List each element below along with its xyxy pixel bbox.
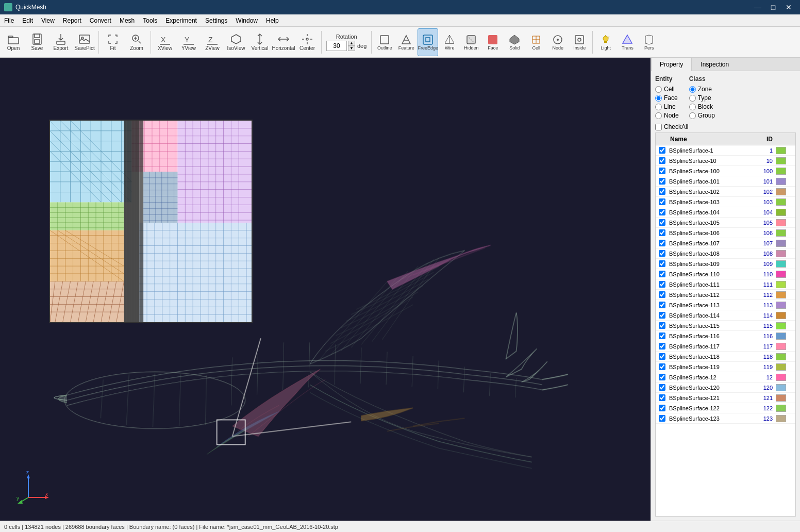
check-all-checkbox[interactable] xyxy=(655,124,662,130)
table-row[interactable]: BSplineSurface-108 108 xyxy=(656,248,795,259)
minimize-button[interactable]: — xyxy=(751,0,765,14)
viewport[interactable]: z x y xyxy=(0,58,651,521)
entity-line[interactable]: Line xyxy=(655,103,679,110)
row-check-2[interactable] xyxy=(656,168,668,174)
table-row[interactable]: BSplineSurface-111 111 xyxy=(656,279,795,290)
row-check-14[interactable] xyxy=(656,291,668,298)
outline-button[interactable]: Outline xyxy=(374,28,395,56)
wire-button[interactable]: Wire xyxy=(439,28,460,56)
export-button[interactable]: Export xyxy=(49,28,72,56)
menu-view[interactable]: View xyxy=(37,14,59,26)
table-row[interactable]: BSplineSurface-1 1 xyxy=(656,145,795,156)
table-row[interactable]: BSplineSurface-122 122 xyxy=(656,403,795,413)
table-body[interactable]: BSplineSurface-1 1 BSplineSurface-10 10 … xyxy=(656,145,795,516)
table-row[interactable]: BSplineSurface-114 114 xyxy=(656,310,795,321)
row-check-25[interactable] xyxy=(656,405,668,411)
menu-settings[interactable]: Settings xyxy=(201,14,231,26)
menu-report[interactable]: Report xyxy=(59,14,86,26)
menu-window[interactable]: Window xyxy=(231,14,262,26)
rotation-up-button[interactable]: ▲ xyxy=(348,41,355,46)
table-row[interactable]: BSplineSurface-112 112 xyxy=(656,290,795,300)
tab-inspection[interactable]: Inspection xyxy=(692,58,738,71)
table-row[interactable]: BSplineSurface-121 121 xyxy=(656,393,795,403)
menu-mesh[interactable]: Mesh xyxy=(115,14,139,26)
row-check-4[interactable] xyxy=(656,188,668,195)
table-row[interactable]: BSplineSurface-106 106 xyxy=(656,228,795,238)
fit-button[interactable]: Fit xyxy=(102,28,124,56)
zview-button[interactable]: Z ZView xyxy=(201,28,224,56)
xview-button[interactable]: X XView xyxy=(154,28,176,56)
close-button[interactable]: ✕ xyxy=(781,0,796,14)
center-button[interactable]: Center xyxy=(296,28,319,56)
zoom-button[interactable]: Zoom xyxy=(125,28,148,56)
entity-face[interactable]: Face xyxy=(655,94,679,102)
rotation-down-button[interactable]: ▼ xyxy=(348,46,355,51)
row-check-21[interactable] xyxy=(656,363,668,370)
menu-experiment[interactable]: Experiment xyxy=(161,14,201,26)
row-check-11[interactable] xyxy=(656,260,668,267)
menu-edit[interactable]: Edit xyxy=(18,14,37,26)
light-button[interactable]: Light xyxy=(595,28,616,56)
rotation-input[interactable] xyxy=(326,41,347,51)
row-check-24[interactable] xyxy=(656,394,668,401)
row-check-5[interactable] xyxy=(656,198,668,205)
table-row[interactable]: BSplineSurface-12 12 xyxy=(656,372,795,383)
row-check-22[interactable] xyxy=(656,374,668,380)
yview-button[interactable]: Y YView xyxy=(177,28,200,56)
row-check-6[interactable] xyxy=(656,209,668,215)
menu-tools[interactable]: Tools xyxy=(139,14,161,26)
class-block[interactable]: Block xyxy=(689,103,715,110)
row-check-1[interactable] xyxy=(656,157,668,164)
menu-file[interactable]: File xyxy=(0,14,18,26)
table-row[interactable]: BSplineSurface-105 105 xyxy=(656,218,795,228)
row-check-17[interactable] xyxy=(656,322,668,329)
row-check-20[interactable] xyxy=(656,353,668,360)
hidden-button[interactable]: Hidden xyxy=(461,28,481,56)
row-check-0[interactable] xyxy=(656,147,668,154)
row-check-13[interactable] xyxy=(656,281,668,288)
class-group[interactable]: Group xyxy=(689,112,715,119)
maximize-button[interactable]: □ xyxy=(766,0,780,14)
class-zone[interactable]: Zone xyxy=(689,86,715,93)
row-check-16[interactable] xyxy=(656,312,668,319)
table-row[interactable]: BSplineSurface-110 110 xyxy=(656,269,795,279)
save-button[interactable]: Save xyxy=(26,28,48,56)
pers-button[interactable]: Pers xyxy=(639,28,659,56)
row-check-23[interactable] xyxy=(656,384,668,391)
table-row[interactable]: BSplineSurface-107 107 xyxy=(656,238,795,248)
row-check-7[interactable] xyxy=(656,219,668,226)
feature-button[interactable]: Feature xyxy=(396,28,416,56)
table-row[interactable]: BSplineSurface-109 109 xyxy=(656,259,795,269)
menu-help[interactable]: Help xyxy=(262,14,283,26)
row-check-12[interactable] xyxy=(656,271,668,277)
freeedge-button[interactable]: FreeEdge xyxy=(418,28,438,56)
row-check-15[interactable] xyxy=(656,302,668,308)
table-row[interactable]: BSplineSurface-115 115 xyxy=(656,321,795,331)
row-check-18[interactable] xyxy=(656,332,668,339)
face-button[interactable]: Face xyxy=(482,28,503,56)
table-row[interactable]: BSplineSurface-116 116 xyxy=(656,331,795,341)
table-row[interactable]: BSplineSurface-103 103 xyxy=(656,197,795,207)
entity-cell[interactable]: Cell xyxy=(655,86,679,93)
table-row[interactable]: BSplineSurface-100 100 xyxy=(656,166,795,176)
table-row[interactable]: BSplineSurface-113 113 xyxy=(656,300,795,310)
open-button[interactable]: Open xyxy=(2,28,25,56)
menu-convert[interactable]: Convert xyxy=(86,14,115,26)
inside-button[interactable]: Inside xyxy=(569,28,590,56)
tab-property[interactable]: Property xyxy=(651,58,692,71)
vertical-button[interactable]: Vertical xyxy=(248,28,271,56)
isoview-button[interactable]: IsoView xyxy=(225,28,247,56)
solid-button[interactable]: Solid xyxy=(504,28,525,56)
entity-node[interactable]: Node xyxy=(655,112,679,119)
table-row[interactable]: BSplineSurface-10 10 xyxy=(656,156,795,166)
table-row[interactable]: BSplineSurface-120 120 xyxy=(656,383,795,393)
class-type[interactable]: Type xyxy=(689,94,715,102)
table-row[interactable]: BSplineSurface-119 119 xyxy=(656,362,795,372)
row-check-3[interactable] xyxy=(656,178,668,185)
table-row[interactable]: BSplineSurface-123 123 xyxy=(656,413,795,424)
table-row[interactable]: BSplineSurface-117 117 xyxy=(656,341,795,352)
savepict-button[interactable]: SavePict xyxy=(73,28,96,56)
row-check-26[interactable] xyxy=(656,415,668,422)
table-row[interactable]: BSplineSurface-101 101 xyxy=(656,176,795,187)
table-row[interactable]: BSplineSurface-104 104 xyxy=(656,207,795,218)
